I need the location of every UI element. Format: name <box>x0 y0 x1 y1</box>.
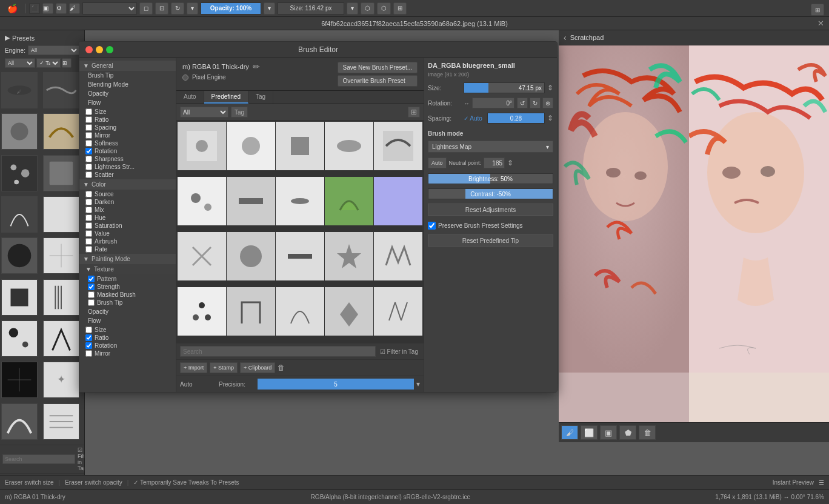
props-flow[interactable]: Flow <box>79 98 176 107</box>
cb-scatter[interactable]: Scatter <box>85 171 172 179</box>
brush-cell-20[interactable] <box>374 287 422 336</box>
props-blending-mode[interactable]: Blending Mode <box>79 80 176 89</box>
cb-hue[interactable]: Hue <box>85 214 172 222</box>
cb-mix[interactable]: Mix <box>85 206 172 214</box>
brush-thumb-3[interactable] <box>1 113 38 150</box>
cb-mirror[interactable]: Mirror <box>85 131 172 139</box>
brush-thumb-14[interactable] <box>43 320 79 357</box>
browser-search-input[interactable] <box>180 346 376 357</box>
cb-size[interactable]: Size <box>85 108 172 116</box>
tag-select-right[interactable]: ✓ Tag <box>36 58 61 68</box>
rotation-icon-3[interactable]: ⊗ <box>542 98 553 108</box>
brush-cell-4[interactable] <box>325 122 373 170</box>
brush-thumb-15[interactable] <box>1 362 38 398</box>
cb-airbrush[interactable]: Airbrush <box>85 237 172 245</box>
contrast-slider[interactable]: Contrast: -50% <box>428 188 553 199</box>
auto-btn[interactable]: Auto <box>428 158 447 168</box>
brush-cell-16[interactable] <box>178 287 226 336</box>
brush-thumb-1[interactable]: 🖌 <box>1 72 38 108</box>
scatter-check[interactable] <box>85 171 92 178</box>
blend-mode-select[interactable]: Normal <box>82 2 137 15</box>
painting-mode-header[interactable]: ▼ Painting Mode <box>79 254 176 264</box>
brush-cell-8[interactable] <box>276 177 324 225</box>
cb-darken[interactable]: Darken <box>85 198 172 206</box>
delete-preset-btn[interactable]: 🗑 <box>278 363 285 372</box>
refresh-btn[interactable]: ↻ <box>171 2 184 15</box>
lightness-check[interactable] <box>85 164 92 170</box>
brush-mode-dropdown[interactable]: Lightness Map▾ <box>428 141 553 153</box>
cb-masked-brush[interactable]: Masked Brush <box>88 291 172 299</box>
brightness-slider[interactable]: Brightness: 50% <box>428 173 553 184</box>
cb-ratio2[interactable]: Ratio <box>85 334 172 342</box>
clipboard-btn[interactable]: + Clipboard <box>240 362 275 373</box>
sc-delete-btn[interactable]: 🗑 <box>639 425 656 440</box>
close-file-btn[interactable]: ✕ <box>817 19 824 28</box>
cb-ratio[interactable]: Ratio <box>85 116 172 124</box>
cb-sharpness[interactable]: Sharpness <box>85 155 172 163</box>
cb-rate[interactable]: Rate <box>85 245 172 253</box>
softness-check[interactable] <box>85 140 92 147</box>
props-flow2[interactable]: Flow <box>79 316 176 325</box>
icon-btn-1[interactable]: ⬛ <box>29 3 40 14</box>
cb-brush-tip[interactable]: Brush Tip <box>88 299 172 307</box>
brush-thumb-2[interactable] <box>43 72 79 108</box>
brush-cell-2[interactable] <box>227 122 275 170</box>
icon-btn-4[interactable]: 🖌 <box>69 3 80 14</box>
cb-mirror2[interactable]: Mirror <box>85 350 172 357</box>
icon-btn-2[interactable]: ▣ <box>42 3 53 14</box>
sharpness-check[interactable] <box>85 156 92 162</box>
size-expand[interactable]: ▾ <box>347 2 358 15</box>
brush-thumb-5[interactable] <box>1 155 38 191</box>
brush-thumb-8[interactable] <box>43 196 79 233</box>
brush-cell-9[interactable] <box>325 177 373 225</box>
size-check[interactable] <box>85 108 92 115</box>
rotation-icon-1[interactable]: ↺ <box>517 98 528 108</box>
brush-cell-1[interactable] <box>178 122 226 170</box>
brush-thumb-18[interactable] <box>43 403 79 440</box>
filter-select[interactable]: All <box>180 107 228 118</box>
grid-expand-btn[interactable]: ⊞ <box>408 107 420 118</box>
brush-cell-15[interactable] <box>374 232 422 280</box>
edit-name-btn[interactable]: ✏ <box>253 62 260 71</box>
window-min-btn[interactable] <box>96 46 103 53</box>
brush-cell-10[interactable] <box>374 177 422 225</box>
reset-adjustments-btn[interactable]: Reset Adjustments <box>428 204 553 216</box>
brush-cell-17[interactable] <box>227 287 275 336</box>
spacing-check[interactable] <box>85 124 92 131</box>
brush-cell-12[interactable] <box>227 232 275 280</box>
filter-in-tag-checkbox[interactable]: ☑ Filter in Tag <box>78 447 85 471</box>
tab-predefined[interactable]: Predefined <box>204 91 248 104</box>
brush-cell-7[interactable] <box>227 177 275 225</box>
ratio-check[interactable] <box>85 116 92 123</box>
cb-value[interactable]: Value <box>85 230 172 237</box>
texture-section-header[interactable]: ▼ Texture <box>79 264 176 274</box>
window-close-btn[interactable] <box>85 46 93 53</box>
brush-thumb-7[interactable] <box>1 196 38 233</box>
cb-spacing[interactable]: Spacing <box>85 124 172 131</box>
precision-down-btn[interactable]: ▾ <box>416 380 420 388</box>
scratchpad-back-btn[interactable]: ‹ <box>564 33 567 42</box>
scratchpad-canvas[interactable] <box>559 45 829 422</box>
brush-thumb-10[interactable] <box>43 237 79 274</box>
props-brush-tip[interactable]: Brush Tip <box>79 71 176 80</box>
general-section-header[interactable]: ▼ General <box>79 61 176 71</box>
overwrite-btn[interactable]: Overwrite Brush Preset <box>338 75 418 87</box>
rotation-input[interactable] <box>472 98 514 108</box>
stamp-btn[interactable]: + Stamp <box>210 362 238 373</box>
tag-filter-btn[interactable]: Tag <box>231 107 248 118</box>
reset-tip-btn[interactable]: Reset Predefined Tip <box>428 234 553 247</box>
window-max-btn[interactable] <box>106 46 113 53</box>
props-opacity2[interactable]: Opacity <box>79 307 176 316</box>
brush-cell-18[interactable] <box>276 287 324 336</box>
cb-strength[interactable]: Strength <box>88 283 172 291</box>
brush-cell-5[interactable] <box>374 122 422 170</box>
spacing-auto-check[interactable]: ✓ Auto <box>464 115 482 122</box>
preserve-checkbox[interactable] <box>428 222 436 230</box>
presets-arrow[interactable]: ▶ <box>5 34 10 42</box>
size-stepper[interactable]: ⇕ <box>547 84 553 92</box>
brush-thumb-11[interactable] <box>1 279 38 316</box>
temp-save-btn[interactable]: ✓ Temporarily Save Tweaks To Presets <box>133 479 239 486</box>
tab-auto[interactable]: Auto <box>176 91 204 104</box>
opacity-control[interactable]: Opacity: 100% <box>201 2 261 15</box>
cb-saturation[interactable]: Saturation <box>85 222 172 230</box>
